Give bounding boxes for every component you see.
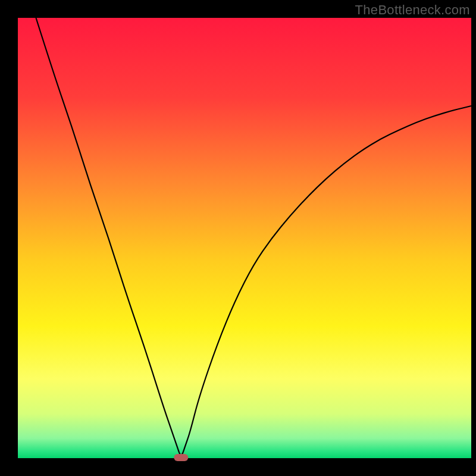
- chart-canvas: [0, 0, 476, 476]
- watermark-text: TheBottleneck.com: [355, 2, 470, 18]
- plot-background: [18, 18, 471, 458]
- optimum-marker: [174, 454, 188, 461]
